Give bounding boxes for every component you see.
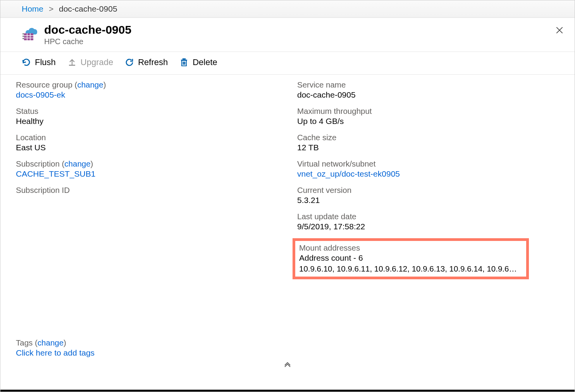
page-title: doc-cache-0905 — [44, 23, 131, 36]
refresh-button[interactable]: Refresh — [125, 57, 168, 67]
hpc-cache-icon — [22, 26, 39, 43]
page-subtitle: HPC cache — [44, 37, 131, 46]
svg-rect-1 — [22, 33, 24, 34]
refresh-label: Refresh — [138, 57, 168, 67]
command-bar: Flush Upgrade Refresh Delete — [0, 52, 575, 75]
breadcrumb-home-link[interactable]: Home — [22, 4, 43, 13]
max-throughput-value: Up to 4 GB/s — [297, 117, 563, 126]
change-resource-group-link[interactable]: change — [77, 80, 103, 89]
delete-icon — [179, 58, 189, 67]
svg-rect-3 — [22, 38, 24, 39]
refresh-icon — [125, 58, 134, 67]
tags-label: Tags (change) — [16, 338, 95, 347]
subscription-label: Subscription (change) — [16, 159, 282, 168]
service-name-label: Service name — [297, 80, 563, 89]
current-version-value: 5.3.21 — [297, 196, 563, 205]
location-value: East US — [16, 143, 282, 152]
location-label: Location — [16, 133, 282, 142]
change-tags-link[interactable]: change — [38, 338, 64, 347]
flush-icon — [22, 58, 31, 67]
overview-essentials: Resource group (change) docs-0905-ek Sta… — [0, 75, 575, 334]
mount-addresses-highlight: Mount addresses Address count - 6 10.9.6… — [293, 238, 529, 279]
mount-addresses-label: Mount addresses — [299, 243, 522, 253]
upgrade-label: Upgrade — [81, 57, 113, 67]
svg-rect-14 — [183, 59, 185, 60]
delete-label: Delete — [193, 57, 217, 67]
breadcrumb-current: doc-cache-0905 — [59, 4, 117, 13]
last-update-value: 9/5/2019, 17:58:22 — [297, 222, 563, 231]
subscription-value-link[interactable]: CACHE_TEST_SUB1 — [16, 169, 95, 178]
resource-group-label: Resource group (change) — [16, 80, 282, 89]
cache-size-label: Cache size — [297, 133, 563, 142]
last-update-label: Last update date — [297, 212, 563, 221]
status-value: Healthy — [16, 117, 282, 126]
flush-label: Flush — [35, 57, 56, 67]
resource-group-value-link[interactable]: docs-0905-ek — [16, 90, 65, 99]
page-header: doc-cache-0905 HPC cache — [0, 18, 575, 52]
bottom-border — [0, 390, 575, 392]
delete-button[interactable]: Delete — [179, 57, 217, 67]
svg-rect-0 — [24, 33, 33, 40]
mount-addresses-count: Address count - 6 — [299, 253, 522, 263]
vnet-label: Virtual network/subnet — [297, 159, 563, 168]
cache-size-value: 12 TB — [297, 143, 563, 152]
subscription-id-label: Subscription ID — [16, 186, 282, 195]
breadcrumb: Home > doc-cache-0905 — [0, 0, 575, 18]
breadcrumb-separator: > — [49, 4, 53, 13]
vnet-value-link[interactable]: vnet_oz_up/doc-test-ek0905 — [297, 169, 400, 178]
upgrade-icon — [67, 58, 77, 67]
svg-rect-8 — [69, 65, 75, 66]
flush-button[interactable]: Flush — [22, 57, 56, 67]
close-button[interactable] — [555, 26, 564, 36]
mount-addresses-ips: 10.9.6.10, 10.9.6.11, 10.9.6.12, 10.9.6.… — [299, 264, 522, 273]
upgrade-button: Upgrade — [67, 57, 113, 67]
change-subscription-link[interactable]: change — [64, 159, 90, 168]
max-throughput-label: Maximum throughput — [297, 107, 563, 116]
svg-rect-2 — [22, 36, 24, 37]
current-version-label: Current version — [297, 186, 563, 195]
add-tags-link[interactable]: Click here to add tags — [16, 348, 95, 358]
status-label: Status — [16, 107, 282, 116]
service-name-value: doc-cache-0905 — [297, 90, 563, 100]
